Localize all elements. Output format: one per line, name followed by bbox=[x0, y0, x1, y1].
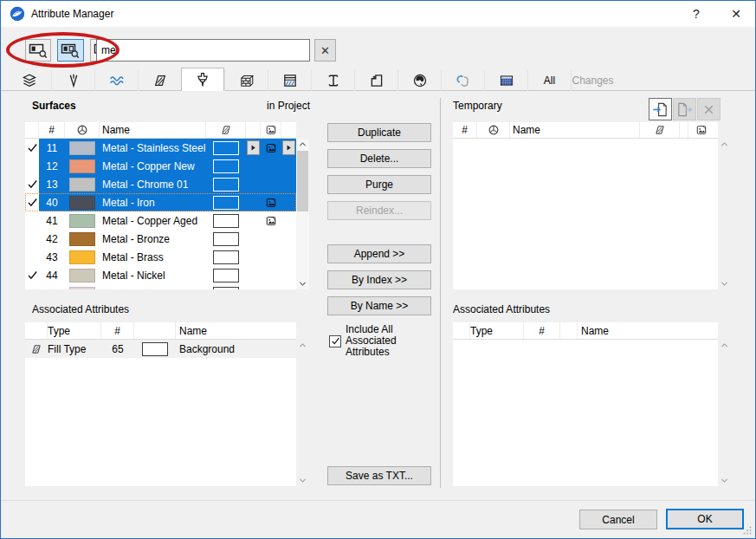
row-checkmark bbox=[25, 248, 39, 266]
temporary-scrollbar[interactable] bbox=[718, 139, 731, 289]
scroll-up-icon[interactable] bbox=[296, 139, 309, 150]
scrollbar-thumb[interactable] bbox=[297, 151, 308, 211]
surfaces-scrollbar[interactable] bbox=[296, 139, 309, 289]
row-fill-swatch bbox=[206, 211, 246, 230]
scroll-up-icon[interactable] bbox=[718, 139, 731, 150]
row-name: Metal - Iron bbox=[100, 193, 206, 211]
texture-popup-button[interactable] bbox=[282, 140, 295, 155]
by-index-button[interactable]: By Index >> bbox=[327, 270, 431, 289]
duplicate-button[interactable]: Duplicate bbox=[327, 123, 431, 142]
row-color-swatch bbox=[65, 248, 100, 266]
clear-search-button[interactable]: ✕ bbox=[314, 39, 336, 62]
resize-grip[interactable] bbox=[743, 526, 752, 535]
tab-line-types[interactable] bbox=[94, 70, 138, 91]
surface-row[interactable]: 43Metal - Brass bbox=[25, 248, 296, 266]
tab-building-materials[interactable] bbox=[268, 70, 311, 91]
globe-pie-icon bbox=[76, 124, 88, 136]
assoc-table-right-header: Type # Name bbox=[453, 322, 718, 340]
row-index: 11 bbox=[39, 139, 65, 157]
assoc-row[interactable]: Fill Type 65 Background bbox=[25, 340, 296, 358]
tab-zone-categories[interactable] bbox=[354, 70, 397, 91]
tab-all[interactable]: All bbox=[527, 70, 571, 91]
globe-pie-icon bbox=[488, 124, 500, 136]
search-input[interactable] bbox=[96, 39, 310, 62]
tab-mep-systems[interactable] bbox=[484, 70, 527, 91]
scroll-down-icon[interactable] bbox=[296, 475, 309, 486]
cancel-button[interactable]: Cancel bbox=[579, 510, 657, 529]
append-button[interactable]: Append >> bbox=[327, 244, 431, 263]
surface-row[interactable]: 42Metal - Bronze bbox=[25, 230, 296, 248]
surface-row[interactable]: 40Metal - Iron bbox=[25, 193, 296, 211]
open-attribute-file-button[interactable] bbox=[649, 98, 672, 120]
surface-row[interactable]: 41Metal - Copper Aged bbox=[25, 211, 296, 230]
tab-pens[interactable] bbox=[51, 70, 94, 91]
row-fill-swatch bbox=[206, 248, 246, 266]
delete-button[interactable]: Delete... bbox=[327, 149, 431, 168]
composites-icon bbox=[239, 73, 255, 88]
row-fill-swatch bbox=[206, 230, 246, 248]
filter-both-panels-button[interactable] bbox=[57, 39, 84, 62]
texture-column-header bbox=[261, 122, 281, 138]
assoc-attributes-title-left: Associated Attributes bbox=[32, 303, 129, 315]
include-associated-checkbox[interactable] bbox=[329, 335, 341, 347]
surface-row[interactable]: 13Metal - Chrome 01 bbox=[25, 175, 296, 193]
row-fill-swatch bbox=[206, 284, 246, 289]
save-as-txt-button[interactable]: Save as TXT... bbox=[327, 466, 431, 485]
scroll-up-icon[interactable] bbox=[296, 340, 309, 351]
fill-popup-button[interactable] bbox=[247, 140, 260, 155]
scroll-down-icon[interactable] bbox=[296, 278, 309, 289]
tab-cities[interactable] bbox=[397, 70, 441, 91]
origin-column-header bbox=[477, 122, 510, 138]
tab-surfaces[interactable] bbox=[181, 68, 224, 91]
purge-button[interactable]: Purge bbox=[327, 175, 431, 194]
tab-layers[interactable] bbox=[8, 70, 51, 91]
row-checkmark bbox=[25, 230, 39, 248]
surface-row[interactable] bbox=[25, 284, 296, 289]
pen-icon bbox=[66, 73, 81, 88]
row-checkmark bbox=[25, 193, 39, 211]
surface-row[interactable]: 44Metal - Nickel bbox=[25, 266, 296, 284]
assoc-type-header: Type bbox=[470, 322, 524, 339]
filter-left-panel-button[interactable] bbox=[25, 39, 51, 62]
surface-row[interactable]: 12Metal - Copper New bbox=[25, 157, 296, 175]
building-materials-icon bbox=[282, 73, 298, 88]
origin-column-header bbox=[65, 122, 100, 138]
row-color-swatch bbox=[65, 157, 100, 175]
scroll-down-icon[interactable] bbox=[718, 475, 731, 486]
assoc-row-swatch bbox=[134, 340, 176, 358]
assoc-right-scrollbar[interactable] bbox=[718, 340, 731, 486]
tab-operation-profiles[interactable] bbox=[441, 70, 484, 91]
tab-composites[interactable] bbox=[224, 70, 268, 91]
attribute-type-tabs: All Changes bbox=[1, 70, 756, 91]
row-fill-swatch bbox=[206, 193, 246, 211]
name-column-header: Name bbox=[100, 122, 206, 138]
assoc-attributes-title-right: Associated Attributes bbox=[453, 303, 550, 315]
texture-image-icon bbox=[265, 215, 277, 227]
help-button[interactable]: ? bbox=[682, 1, 711, 26]
texture-image-icon bbox=[265, 197, 277, 209]
panel-separator bbox=[440, 98, 441, 488]
assoc-row-type: Fill Type bbox=[48, 340, 101, 358]
title-bar[interactable]: Attribute Manager ? ✕ bbox=[1, 1, 755, 27]
scroll-up-icon[interactable] bbox=[718, 340, 731, 351]
popup-arrow-icon bbox=[249, 144, 257, 152]
import-file-icon bbox=[652, 101, 669, 118]
scroll-down-icon[interactable] bbox=[718, 278, 731, 289]
surfaces-table-header: # Name bbox=[25, 122, 296, 139]
row-name: Metal - Bronze bbox=[100, 230, 206, 248]
tab-fill-types[interactable] bbox=[138, 70, 181, 91]
by-name-button[interactable]: By Name >> bbox=[327, 296, 431, 315]
texture-column-header bbox=[688, 122, 714, 138]
close-button[interactable]: ✕ bbox=[721, 1, 751, 26]
row-texture bbox=[261, 266, 281, 284]
assoc-left-scrollbar[interactable] bbox=[296, 340, 309, 486]
checkmark-icon bbox=[27, 179, 38, 190]
row-index: 42 bbox=[39, 230, 65, 248]
ok-button[interactable]: OK bbox=[666, 509, 744, 529]
tab-profiles[interactable] bbox=[311, 70, 354, 91]
tab-changes[interactable]: Changes bbox=[571, 70, 614, 91]
surface-row[interactable]: 11Metal - Stainless Steel bbox=[25, 139, 296, 157]
assoc-table-left: Type # Name Fill Type 65 Background bbox=[25, 322, 296, 486]
archicad-logo-icon bbox=[10, 6, 25, 22]
row-checkmark bbox=[25, 211, 39, 230]
